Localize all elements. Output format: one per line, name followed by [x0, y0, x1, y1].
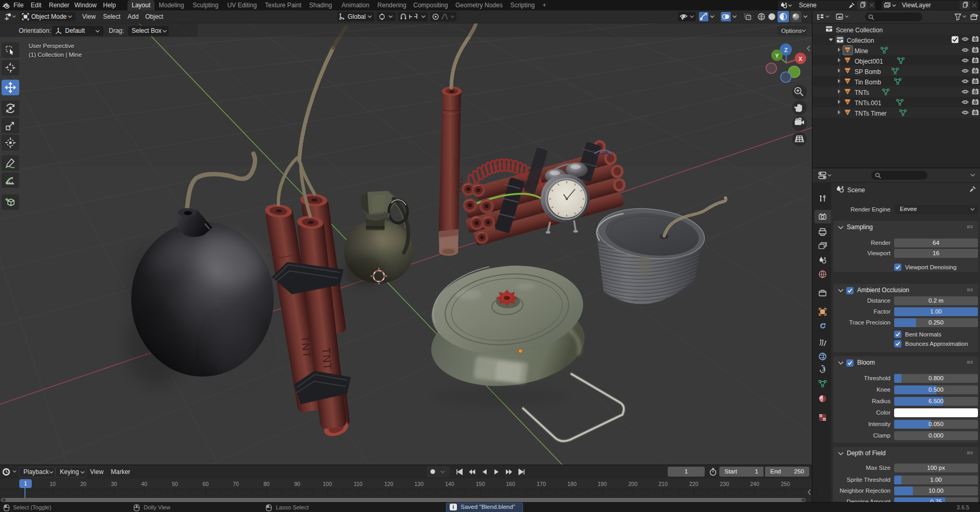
svg-text:TNT: TNT [320, 347, 334, 371]
svg-text:TNT: TNT [299, 335, 313, 359]
svg-text:Z: Z [784, 47, 788, 53]
svg-text:Y: Y [775, 53, 779, 59]
svg-text:X: X [798, 56, 803, 62]
